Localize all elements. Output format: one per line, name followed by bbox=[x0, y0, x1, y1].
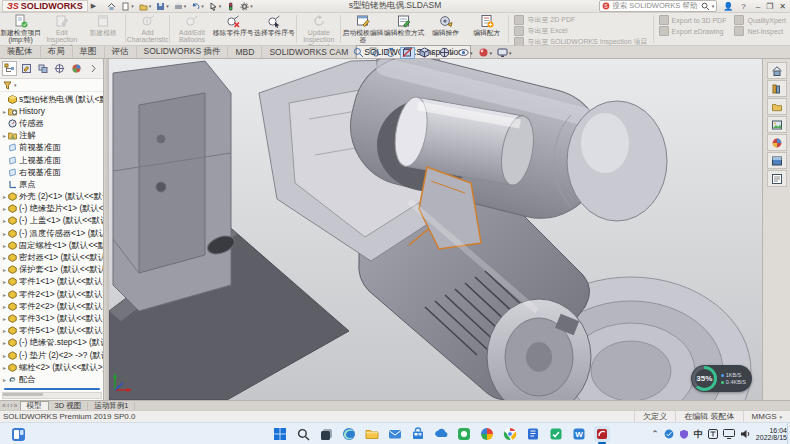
tree-item-part[interactable]: ▸保护套<1> (默认<<默认>_显示状 bbox=[1, 264, 103, 276]
display-style-icon[interactable]: ▾ bbox=[438, 47, 455, 59]
edit-appearance-icon[interactable]: ▾ bbox=[477, 47, 494, 59]
select-icon[interactable]: ▾ bbox=[207, 1, 224, 12]
help-button[interactable]: ? bbox=[739, 2, 747, 11]
mail-icon[interactable] bbox=[387, 426, 403, 442]
tree-item-assembly[interactable]: s型铂铑热电偶 (默认<默认_显示状态-1> bbox=[1, 93, 103, 105]
save-icon[interactable]: ▾ bbox=[154, 1, 171, 12]
view-orientation-icon[interactable]: ▾ bbox=[418, 47, 435, 59]
file-explorer-tab-icon[interactable] bbox=[767, 98, 787, 115]
expand-arrow-icon[interactable]: ▸ bbox=[1, 108, 8, 115]
restore-button[interactable]: ❐ bbox=[766, 2, 773, 11]
tab-scroll-0[interactable]: « bbox=[2, 402, 6, 409]
panel-expand-icon[interactable] bbox=[86, 61, 101, 76]
ribbon-button-select-balloons[interactable]: 选择零件序号 bbox=[254, 13, 295, 45]
wps-icon[interactable]: W bbox=[571, 426, 587, 442]
search-button[interactable] bbox=[295, 426, 311, 442]
ribbon-button-template-editor[interactable]: 启动模板编辑器 bbox=[342, 13, 383, 45]
ribbon-button-remove-balloons[interactable]: 移除零件序号 bbox=[213, 13, 254, 45]
taskbar-clock[interactable]: 16:04 2022/8/15 bbox=[756, 427, 787, 442]
search-caret-icon[interactable]: ▾ bbox=[712, 3, 715, 9]
start-button[interactable] bbox=[272, 426, 288, 442]
tree-item-sensor[interactable]: 传感器 bbox=[1, 117, 103, 129]
ime-mode-icon[interactable] bbox=[708, 429, 718, 439]
tree-item-part[interactable]: ▸(-) 垫片 (2)<2> ->? (默认<<默认 bbox=[1, 349, 103, 361]
status-segment-2[interactable]: MMGS▾ bbox=[743, 411, 790, 422]
expand-arrow-icon[interactable]: ▸ bbox=[1, 254, 8, 261]
dimxpertmanager-tab-icon[interactable] bbox=[52, 61, 67, 76]
rollback-bar[interactable] bbox=[4, 388, 100, 390]
ribbon-button-edit-methods[interactable]: 编辑检查方式 bbox=[384, 13, 425, 45]
green-app-icon[interactable] bbox=[456, 426, 472, 442]
view-palette-icon[interactable] bbox=[767, 116, 787, 133]
tree-item-plane[interactable]: 前视基准面 bbox=[1, 142, 103, 154]
graphics-viewport[interactable]: 35% 1KB/S 0.4KB/S bbox=[109, 59, 762, 400]
tab-布局[interactable]: 布局 bbox=[41, 46, 73, 58]
previous-view-icon[interactable] bbox=[384, 47, 397, 59]
expand-arrow-icon[interactable]: ▸ bbox=[1, 291, 8, 298]
edge-icon[interactable] bbox=[341, 426, 357, 442]
displaymanager-tab-icon[interactable] bbox=[69, 61, 84, 76]
tree-item-plane[interactable]: 上视基准面 bbox=[1, 154, 103, 166]
print-icon[interactable]: ▾ bbox=[172, 1, 189, 12]
featuremanager-tab-icon[interactable] bbox=[2, 61, 17, 76]
tray-purple-icon[interactable] bbox=[679, 429, 689, 439]
minimize-button[interactable]: – bbox=[756, 2, 760, 11]
home-icon[interactable] bbox=[105, 1, 118, 12]
tree-item-part[interactable]: ▸螺栓<2> (默认<<默认>_显示状态 bbox=[1, 361, 103, 373]
tree-item-mates[interactable]: ▸配合 bbox=[1, 373, 103, 385]
tree-item-part[interactable]: ▸固定螺栓<1> (默认<<默认>_显示 bbox=[1, 239, 103, 251]
tree-item-annotation[interactable]: ▸A注解 bbox=[1, 130, 103, 142]
expand-arrow-icon[interactable]: ▸ bbox=[1, 132, 8, 139]
tree-item-part[interactable]: ▸(-) 绝缘垫片<1> (默认<<默认>_显示状 bbox=[1, 203, 103, 215]
hide-show-icon[interactable]: ▾ bbox=[457, 47, 474, 59]
expand-arrow-icon[interactable]: ▸ bbox=[1, 205, 8, 212]
close-button[interactable]: ✕ bbox=[779, 2, 786, 11]
scene-icon[interactable] bbox=[767, 152, 787, 169]
tree-item-part[interactable]: ▸零件2<2> (默认<<默认>_显示状态 bbox=[1, 300, 103, 312]
chrome-icon[interactable] bbox=[502, 426, 518, 442]
ribbon-button-edit-recipe[interactable]: 编辑配方 bbox=[466, 13, 507, 45]
expand-arrow-icon[interactable]: ▸ bbox=[1, 230, 8, 237]
model-tab-模型[interactable]: 模型 bbox=[20, 401, 49, 411]
propertymanager-tab-icon[interactable] bbox=[19, 61, 34, 76]
tree-item-origin[interactable]: 原点 bbox=[1, 178, 103, 190]
appearances-icon[interactable] bbox=[767, 134, 787, 151]
tree-item-plane[interactable]: 右视基准面 bbox=[1, 166, 103, 178]
expand-arrow-icon[interactable]: ▸ bbox=[1, 327, 8, 334]
undo-icon[interactable]: ▾ bbox=[189, 1, 206, 12]
section-view-icon[interactable] bbox=[400, 47, 415, 59]
rebuild-icon[interactable] bbox=[224, 1, 237, 12]
design-library-icon[interactable] bbox=[767, 80, 787, 97]
new-file-icon[interactable]: ▾ bbox=[119, 1, 136, 12]
expand-arrow-icon[interactable]: ▸ bbox=[1, 364, 8, 371]
filter-funnel-icon[interactable] bbox=[3, 81, 12, 90]
expand-arrow-icon[interactable]: ▸ bbox=[1, 217, 8, 224]
monitor-tray-icon[interactable] bbox=[723, 429, 735, 439]
tree-item-part[interactable]: ▸零件1<1> (默认<<默认>_显示状态 bbox=[1, 276, 103, 288]
tree-item-history[interactable]: ▸History bbox=[1, 105, 103, 117]
solidworks-taskbar-icon[interactable] bbox=[594, 426, 610, 442]
menu-expand-arrow[interactable]: ▶ bbox=[91, 2, 96, 10]
expand-arrow-icon[interactable]: ▸ bbox=[1, 242, 8, 249]
options-icon[interactable]: ▾ bbox=[238, 1, 255, 12]
filter-caret-icon[interactable]: ▾ bbox=[14, 82, 17, 88]
tree-item-part[interactable]: ▸零件2<1> (默认<<默认>_显示状态 bbox=[1, 288, 103, 300]
custom-properties-icon[interactable] bbox=[767, 170, 787, 187]
home-tab-icon[interactable] bbox=[767, 62, 787, 79]
tree-item-part[interactable]: ▸零件5<1> (默认<<默认>_显示状态 bbox=[1, 325, 103, 337]
tree-item-part[interactable]: ▸密封器<1> (默认<<默认>_显示状 bbox=[1, 251, 103, 263]
store-icon[interactable] bbox=[410, 426, 426, 442]
expand-arrow-icon[interactable]: ▸ bbox=[1, 352, 8, 359]
login-icon[interactable]: 👤 bbox=[721, 2, 735, 11]
tree-item-part[interactable]: ▸(-) 上盖<1> (默认<<默认>_显示状态 bbox=[1, 215, 103, 227]
onedrive-icon[interactable] bbox=[433, 426, 449, 442]
tree-item-part[interactable]: ▸外壳 (2)<1> (默认<<默认>_显示状态 bbox=[1, 191, 103, 203]
file-explorer-icon[interactable] bbox=[364, 426, 380, 442]
tab-solidworks-插件[interactable]: SOLIDWORKS 插件 bbox=[137, 46, 229, 58]
ime-indicator[interactable]: 中 bbox=[694, 428, 703, 441]
tab-solidworks-cam[interactable]: SOLIDWORKS CAM bbox=[262, 46, 356, 58]
tree-item-part[interactable]: ▸(-) 温度传感器<1> (默认<<默认>_ bbox=[1, 227, 103, 239]
volume-icon[interactable] bbox=[740, 429, 751, 439]
expand-arrow-icon[interactable]: ▸ bbox=[1, 266, 8, 273]
net-speed-widget[interactable]: 35% 1KB/S 0.4KB/S bbox=[691, 365, 752, 392]
